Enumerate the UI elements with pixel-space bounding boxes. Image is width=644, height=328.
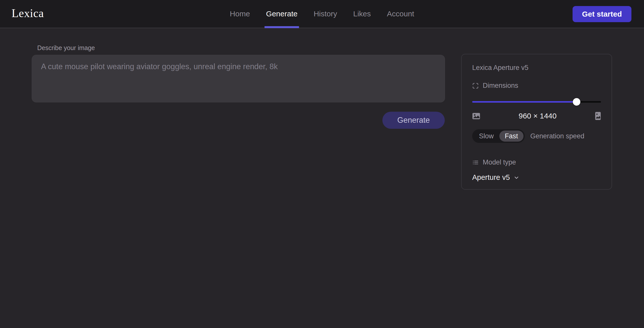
nav-item-label: Likes [353, 10, 371, 18]
dimensions-label: Dimensions [483, 82, 518, 90]
chevron-down-icon [513, 175, 519, 181]
dimensions-row: Dimensions [472, 82, 601, 90]
generation-speed-row: Slow Fast Generation speed [472, 129, 601, 143]
active-tab-underline [265, 26, 299, 28]
nav-item-label: History [314, 10, 337, 18]
generate-button[interactable]: Generate [382, 112, 445, 129]
image-landscape-icon [472, 113, 480, 119]
model-type-row: Model type [472, 158, 601, 166]
generation-settings-panel: Lexica Aperture v5 Dimensions 960 × 1440 [461, 54, 612, 190]
slider-thumb[interactable] [573, 98, 580, 106]
dimensions-value: 960 × 1440 [519, 112, 557, 120]
top-navbar: Lexica Home Generate History Likes Accou… [0, 0, 644, 28]
nav-item-likes[interactable]: Likes [353, 0, 371, 28]
nav-item-generate[interactable]: Generate [266, 0, 298, 28]
nav-item-label: Generate [266, 10, 298, 18]
generation-speed-label: Generation speed [530, 132, 584, 140]
speed-option-fast[interactable]: Fast [499, 131, 524, 142]
nav-item-home[interactable]: Home [230, 0, 250, 28]
nav-item-history[interactable]: History [314, 0, 337, 28]
main-nav: Home Generate History Likes Account [230, 0, 414, 28]
dimensions-value-row: 960 × 1440 [472, 112, 601, 120]
model-type-label: Model type [483, 158, 516, 166]
image-portrait-icon [595, 112, 601, 120]
nav-item-label: Home [230, 10, 250, 18]
slider-fill [472, 101, 577, 103]
speed-toggle[interactable]: Slow Fast [472, 129, 525, 143]
nav-item-label: Account [387, 10, 414, 18]
lexica-logo[interactable]: Lexica [12, 7, 44, 20]
nav-item-account[interactable]: Account [387, 0, 414, 28]
dimensions-slider[interactable] [472, 98, 601, 106]
list-icon [472, 159, 479, 166]
get-started-button[interactable]: Get started [573, 6, 631, 22]
model-selected-value: Aperture v5 [472, 173, 510, 182]
model-title: Lexica Aperture v5 [472, 64, 601, 72]
model-select-dropdown[interactable]: Aperture v5 [472, 173, 519, 182]
prompt-label: Describe your image [37, 44, 95, 52]
speed-option-slow[interactable]: Slow [473, 131, 499, 142]
crop-free-icon [472, 83, 479, 89]
prompt-input[interactable] [32, 55, 445, 102]
